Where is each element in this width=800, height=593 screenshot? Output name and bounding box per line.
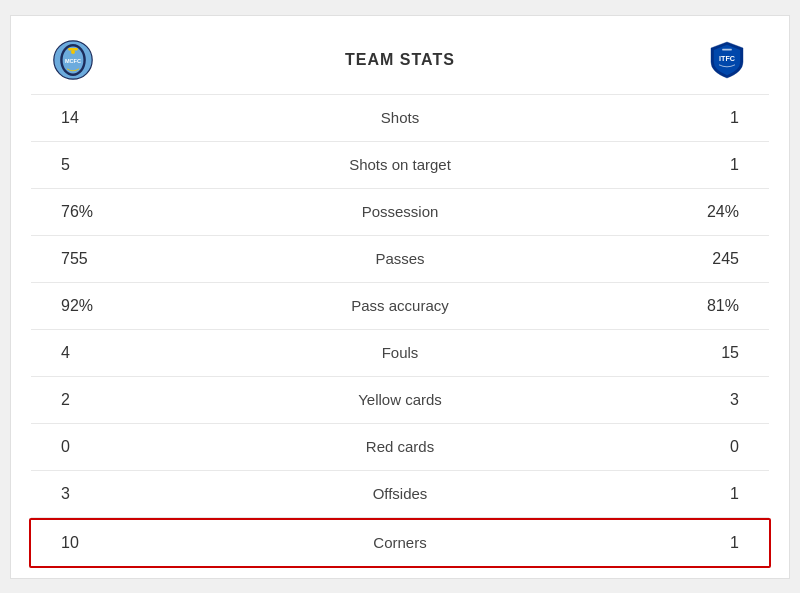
stats-rows: 14Shots15Shots on target176%Possession24…	[31, 95, 769, 568]
stat-label: Fouls	[131, 344, 669, 361]
stats-row: 14Shots1	[31, 95, 769, 142]
away-value: 1	[669, 485, 749, 503]
home-value: 14	[51, 109, 131, 127]
home-value: 0	[51, 438, 131, 456]
away-value: 3	[669, 391, 749, 409]
stats-row: 0Red cards0	[31, 424, 769, 471]
away-value: 1	[669, 156, 749, 174]
away-value: 1	[669, 109, 749, 127]
stats-header: MCFC TEAM STATS ITFC	[31, 26, 769, 95]
svg-rect-7	[722, 48, 732, 50]
stats-row: 5Shots on target1	[31, 142, 769, 189]
home-value: 10	[51, 534, 131, 552]
stat-label: Passes	[131, 250, 669, 267]
stat-label: Shots	[131, 109, 669, 126]
svg-text:ITFC: ITFC	[719, 53, 735, 62]
stats-row: 10Corners1	[29, 518, 771, 568]
header-title: TEAM STATS	[95, 51, 705, 69]
away-value: 1	[669, 534, 749, 552]
stats-row: 92%Pass accuracy81%	[31, 283, 769, 330]
stats-row: 2Yellow cards3	[31, 377, 769, 424]
away-value: 24%	[669, 203, 749, 221]
svg-point-5	[71, 50, 75, 54]
stat-label: Possession	[131, 203, 669, 220]
stat-label: Red cards	[131, 438, 669, 455]
home-value: 5	[51, 156, 131, 174]
away-team-logo: ITFC	[705, 38, 749, 82]
home-value: 3	[51, 485, 131, 503]
home-team-logo: MCFC	[51, 38, 95, 82]
home-value: 76%	[51, 203, 131, 221]
away-value: 15	[669, 344, 749, 362]
home-value: 92%	[51, 297, 131, 315]
stats-row: 76%Possession24%	[31, 189, 769, 236]
stats-container: MCFC TEAM STATS ITFC 14Shots15Shots on t…	[10, 15, 790, 579]
stats-row: 4Fouls15	[31, 330, 769, 377]
stats-row: 755Passes245	[31, 236, 769, 283]
away-value: 0	[669, 438, 749, 456]
away-value: 81%	[669, 297, 749, 315]
stat-label: Corners	[131, 534, 669, 551]
stat-label: Shots on target	[131, 156, 669, 173]
stats-row: 3Offsides1	[31, 471, 769, 518]
away-value: 245	[669, 250, 749, 268]
svg-text:MCFC: MCFC	[65, 58, 81, 64]
stat-label: Offsides	[131, 485, 669, 502]
home-value: 755	[51, 250, 131, 268]
home-value: 4	[51, 344, 131, 362]
stat-label: Pass accuracy	[131, 297, 669, 314]
home-value: 2	[51, 391, 131, 409]
stat-label: Yellow cards	[131, 391, 669, 408]
